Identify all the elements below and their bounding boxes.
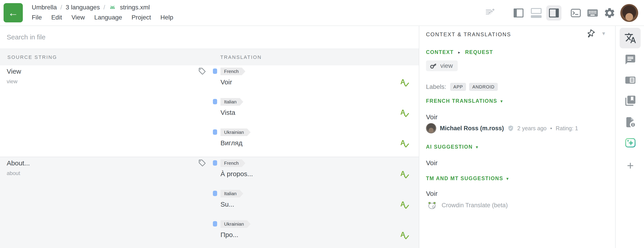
translation-text[interactable]: Про... [220, 231, 238, 238]
translation-header: TRANSLATION [220, 54, 262, 60]
shield-check-icon [508, 125, 514, 131]
ai-suggestion-section-header[interactable]: AI SUGGESTION ▾ [426, 144, 478, 150]
language-tag: Ukrainian [220, 128, 251, 136]
context-panel: CONTEXT & TRANSLATIONS ▾ CONTEXT ▸ REQUE… [419, 26, 615, 248]
tm-provider-row: Crowdin Translate (beta) [427, 201, 508, 209]
string-row[interactable]: View view French Voir A Italian Vista A [0, 65, 419, 157]
author-name[interactable]: Michael Ross (m.ross) [440, 125, 504, 132]
section-title: TM AND MT SUGGESTIONS [426, 175, 503, 181]
ai-suggestions-tool-icon[interactable] [624, 137, 636, 149]
top-bar: ← Umbrella / 3 languages / strings.xml F… [0, 0, 644, 26]
tab-request[interactable]: REQUEST [465, 49, 493, 55]
comments-tool-icon[interactable] [624, 53, 636, 66]
key-icon [428, 60, 438, 71]
layout-left-icon [514, 9, 524, 18]
draft-translations-icon[interactable] [483, 5, 498, 21]
labels-title: Labels: [426, 83, 446, 90]
tm-suggestion-text[interactable]: Voir [426, 190, 438, 197]
menu-bar: File Edit View Language Project Help [32, 14, 173, 21]
menu-file[interactable]: File [32, 14, 42, 21]
approve-translation-icon[interactable]: A [399, 138, 410, 149]
terms-tool-icon[interactable] [624, 74, 636, 86]
translation-text[interactable]: À propos... [220, 170, 253, 178]
translation-subrow[interactable]: Italian Su... A [197, 188, 419, 218]
add-tool-icon[interactable]: + [624, 159, 636, 172]
translation-subrow[interactable]: Italian Vista A [197, 96, 419, 126]
plus-icon: + [627, 159, 634, 172]
layout-right-icon [549, 9, 559, 18]
back-arrow-icon: ← [8, 7, 18, 19]
translation-text[interactable]: Vista [220, 109, 235, 116]
approve-translation-icon[interactable]: A [399, 230, 410, 241]
translation-text[interactable]: Вигляд [220, 139, 242, 147]
section-caret-icon: ▾ [500, 99, 503, 104]
translation-author-row: Michael Ross (m.ross) 2 years ago • Rati… [426, 123, 578, 133]
approve-translation-icon[interactable]: A [399, 107, 410, 119]
label-chip-android[interactable]: ANDROID [469, 83, 498, 91]
translation-subrow[interactable]: French Voir A [197, 65, 419, 96]
string-row[interactable]: About... about French À propos... A Ital… [0, 157, 419, 248]
language-tag: Italian [220, 190, 243, 197]
menu-edit[interactable]: Edit [51, 14, 62, 21]
console-icon[interactable] [568, 5, 584, 21]
translation-status-indicator [213, 160, 217, 166]
tm-mt-suggestions-section-header[interactable]: TM AND MT SUGGESTIONS ▾ [426, 175, 509, 181]
approve-translation-icon[interactable]: A [399, 199, 410, 210]
breadcrumb-file[interactable]: strings.xml [120, 4, 150, 11]
section-title: AI SUGGESTION [426, 144, 473, 150]
pin-icon[interactable] [584, 28, 597, 40]
source-key: about [7, 170, 20, 176]
panel-title: CONTEXT & TRANSLATIONS [426, 31, 511, 38]
label-tag-icon [198, 67, 206, 76]
crowdin-editor: ← Umbrella / 3 languages / strings.xml F… [0, 0, 644, 248]
panel-collapse-caret[interactable]: ▾ [602, 30, 605, 37]
string-key-pill[interactable]: view [426, 60, 458, 71]
section-title: FRENCH TRANSLATIONS [426, 98, 497, 104]
translate-tool-icon[interactable] [624, 32, 636, 44]
glossary-tool-icon[interactable] [624, 94, 636, 107]
tab-context[interactable]: CONTEXT [426, 49, 454, 55]
translation-time: 2 years ago [518, 125, 547, 132]
file-info-tool-icon[interactable] [624, 116, 636, 128]
menu-help[interactable]: Help [160, 14, 173, 21]
search-input[interactable] [7, 32, 100, 43]
panel-tabs: CONTEXT ▸ REQUEST [426, 49, 493, 55]
multilingual-mode-icon[interactable] [546, 5, 562, 21]
author-avatar[interactable] [426, 123, 436, 133]
translation-subrow[interactable]: Ukrainian Вигляд A [197, 126, 419, 157]
ai-suggestion-text[interactable]: Voir [426, 159, 438, 167]
user-avatar[interactable] [620, 4, 638, 22]
translation-text[interactable]: Su... [220, 200, 234, 208]
language-tag: French [220, 68, 245, 75]
menu-view[interactable]: View [71, 14, 85, 21]
approve-translation-icon[interactable]: A [399, 77, 410, 88]
layout-rows-icon [531, 8, 542, 18]
breadcrumb-project[interactable]: Umbrella [32, 4, 57, 11]
translations-column: French Voir A Italian Vista A Ukrainian … [197, 65, 419, 157]
breadcrumb-languages[interactable]: 3 languages [66, 4, 100, 11]
language-tag: French [220, 159, 245, 167]
translation-subrow[interactable]: French À propos... A [197, 157, 419, 188]
french-translations-section-header[interactable]: FRENCH TRANSLATIONS ▾ [426, 98, 503, 104]
approve-translation-icon[interactable]: A [399, 169, 410, 180]
back-button[interactable]: ← [4, 3, 23, 22]
french-translation-text[interactable]: Voir [426, 113, 438, 121]
tm-provider-name[interactable]: Crowdin Translate (beta) [442, 202, 508, 209]
comfortable-mode-icon[interactable] [528, 5, 544, 21]
labels-row: Labels: APP ANDROID [426, 83, 498, 91]
menu-project[interactable]: Project [132, 14, 151, 21]
section-caret-icon: ▾ [506, 176, 509, 181]
translation-status-indicator [213, 191, 217, 196]
menu-language[interactable]: Language [94, 14, 122, 21]
side-by-side-mode-icon[interactable] [511, 5, 526, 21]
tools-sidebar: + [615, 26, 644, 248]
translation-text[interactable]: Voir [220, 78, 232, 86]
keyboard-shortcuts-icon[interactable] [585, 5, 600, 21]
table-header: SOURCE STRING TRANSLATION [0, 49, 419, 65]
language-tag: Italian [220, 98, 243, 106]
label-chip-app[interactable]: APP [450, 83, 466, 91]
settings-gear-icon[interactable] [602, 5, 617, 21]
translation-subrow[interactable]: Ukrainian Про... A [197, 218, 419, 248]
android-file-icon [109, 4, 116, 11]
translation-status-indicator [213, 69, 217, 74]
